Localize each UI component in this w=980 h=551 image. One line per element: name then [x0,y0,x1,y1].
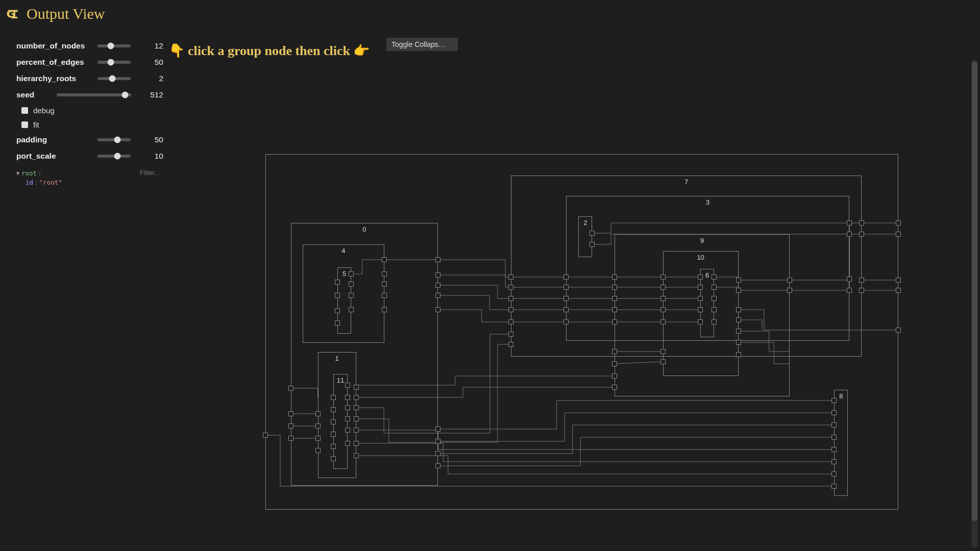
graph-port[interactable] [288,411,293,416]
graph-port[interactable] [564,296,569,301]
graph-port[interactable] [712,274,717,280]
slider-thumb[interactable] [108,43,114,49]
slider-thumb[interactable] [109,76,116,82]
graph-port[interactable] [435,293,440,298]
graph-port[interactable] [508,319,513,324]
graph-port[interactable] [612,361,617,366]
graph-port[interactable] [612,285,617,290]
graph-port[interactable] [349,293,354,298]
slider-padding[interactable] [97,138,131,141]
graph-port[interactable] [698,285,703,290]
toggle-collapse-button[interactable]: Toggle Collaps… [386,38,458,51]
graph-port[interactable] [590,242,595,247]
graph-port[interactable] [612,349,617,354]
graph-port[interactable] [612,307,617,312]
graph-port[interactable] [435,463,440,468]
graph-port[interactable] [508,342,513,347]
graph-port[interactable] [382,307,387,312]
graph-port[interactable] [736,288,741,293]
graph-port[interactable] [896,278,901,283]
graph-port[interactable] [331,432,336,437]
graph-port[interactable] [315,448,321,453]
graph-node-8[interactable]: 8 [834,390,848,496]
graph-port[interactable] [288,386,293,391]
graph-port[interactable] [612,319,617,324]
graph-port[interactable] [612,296,617,301]
graph-port[interactable] [354,385,359,390]
graph-port[interactable] [508,285,513,290]
graph-port[interactable] [382,257,387,262]
graph-port[interactable] [712,307,717,312]
graph-port[interactable] [331,419,336,424]
graph-port[interactable] [859,278,864,283]
graph-port[interactable] [660,274,666,280]
graph-port[interactable] [660,285,666,290]
graph-port[interactable] [354,453,359,458]
graph-port[interactable] [382,293,387,298]
graph-port[interactable] [435,451,440,456]
graph-port[interactable] [331,444,336,449]
tree-caret-icon[interactable]: ▼ [16,170,19,176]
graph-port[interactable] [660,296,666,301]
graph-port[interactable] [354,428,359,433]
graph-port[interactable] [508,274,513,280]
graph-port[interactable] [847,220,852,226]
graph-port[interactable] [736,340,741,345]
graph-port[interactable] [288,423,293,429]
graph-port[interactable] [831,447,837,452]
graph-port[interactable] [354,405,359,410]
graph-port[interactable] [859,232,864,237]
graph-port[interactable] [736,329,741,334]
graph-port[interactable] [335,320,340,325]
graph-port[interactable] [831,398,837,403]
graph-port[interactable] [508,307,513,312]
graph-port[interactable] [564,319,569,324]
graph-port[interactable] [354,441,359,446]
slider-thumb[interactable] [121,92,128,98]
graph-port[interactable] [736,317,741,322]
graph-port[interactable] [435,257,440,262]
graph-port[interactable] [354,416,359,421]
graph-port[interactable] [736,278,741,283]
graph-port[interactable] [698,274,703,280]
slider-thumb[interactable] [114,137,121,143]
graph-port[interactable] [859,288,864,293]
graph-port[interactable] [787,288,792,293]
graph-port[interactable] [564,307,569,312]
graph-port[interactable] [315,411,321,416]
graph-port[interactable] [736,307,741,312]
graph-port[interactable] [712,296,717,301]
graph-port[interactable] [831,484,837,489]
graph-port[interactable] [612,385,617,390]
graph-port[interactable] [859,220,864,226]
graph-port[interactable] [660,307,666,312]
graph-port[interactable] [712,285,717,290]
graph-port[interactable] [660,359,666,364]
scrollbar-thumb[interactable] [972,62,977,521]
graph-port[interactable] [660,319,666,324]
graph-port[interactable] [712,319,717,324]
tree-filter-input[interactable] [140,169,165,177]
slider-number_of_nodes[interactable] [97,44,131,47]
graph-port[interactable] [345,428,350,433]
graph-port[interactable] [345,441,350,446]
checkbox-fit[interactable] [21,121,28,128]
graph-port[interactable] [435,307,440,312]
graph-port[interactable] [435,272,440,278]
graph-port[interactable] [896,328,901,333]
graph-port[interactable] [564,274,569,280]
graph-port[interactable] [831,459,837,464]
graph-port[interactable] [831,471,837,477]
graph-port[interactable] [435,439,440,444]
graph-port[interactable] [698,319,703,324]
graph-port[interactable] [831,435,837,440]
graph-port[interactable] [349,307,354,312]
graph-port[interactable] [382,282,387,287]
graph-port[interactable] [345,405,350,410]
graph-port[interactable] [331,456,336,461]
graph-port[interactable] [590,231,595,236]
graph-port[interactable] [382,271,387,277]
graph-port[interactable] [612,274,617,280]
graph-port[interactable] [564,285,569,290]
graph-port[interactable] [831,422,837,428]
